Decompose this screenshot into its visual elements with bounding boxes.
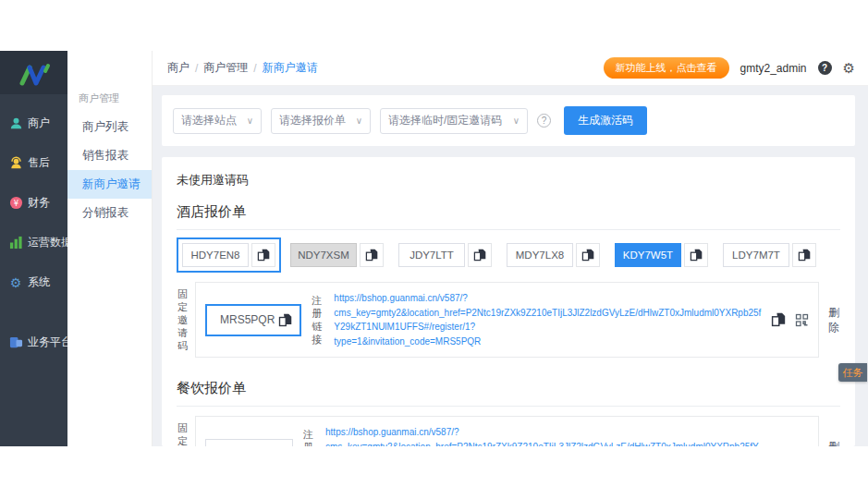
platform-icon bbox=[8, 335, 23, 350]
submenu-item-merchant-list[interactable]: 商户列表 bbox=[67, 113, 152, 141]
copy-code-button[interactable] bbox=[792, 243, 816, 267]
sidebar-item-label: 商户 bbox=[28, 116, 50, 131]
task-tab-button[interactable]: 任务 bbox=[838, 363, 867, 382]
gear-icon: ⚙ bbox=[8, 275, 23, 290]
register-link-url[interactable]: https://bshop.guanmai.cn/v587/? cms_key=… bbox=[325, 425, 762, 446]
register-link-card: F525Q8D 注册链接 https://bshop.guanmai.cn/v5… bbox=[195, 416, 819, 446]
main-column: 商户 / 商户管理 / 新商户邀请 新功能上线，点击查看 gmty2_admin… bbox=[153, 51, 868, 446]
sidebar-item-finance[interactable]: ¥ 财务 bbox=[0, 183, 67, 223]
copy-code-button[interactable] bbox=[251, 243, 275, 267]
settings-gear-icon[interactable]: ⚙ bbox=[843, 61, 855, 75]
top-bar: 商户 / 商户管理 / 新商户邀请 新功能上线，点击查看 gmty2_admin… bbox=[153, 51, 868, 86]
fixed-invite-row-hotel: 固定邀请码 MRS5PQR 注册链接 https://bshop.guanmai… bbox=[177, 282, 840, 358]
copy-code-button[interactable] bbox=[576, 243, 600, 267]
code-chip-group: NDY7XSM bbox=[285, 237, 389, 273]
sidebar-item-business-platform[interactable]: 业务平台 bbox=[0, 323, 67, 362]
sidebar-item-merchant[interactable]: 商户 bbox=[0, 103, 67, 143]
catering-quotation-title: 餐饮报价单 bbox=[177, 380, 840, 407]
invite-code-chip-active[interactable]: KDY7W5T bbox=[615, 243, 681, 267]
sidebar-item-operations[interactable]: 运营数据 bbox=[0, 223, 67, 262]
invite-code-chip[interactable]: JDY7LTT bbox=[398, 243, 465, 267]
register-link-card: MRS5PQR 注册链接 https://bshop.guanmai.cn/v5… bbox=[195, 282, 819, 358]
quotation-select[interactable]: 请选择报价单 ∨ bbox=[271, 108, 371, 134]
filter-bar: 请选择站点 ∨ 请选择报价单 ∨ 请选择临时/固定邀请码 ∨ ? 生成激活码 bbox=[162, 95, 855, 146]
fixed-code-label: 固定邀请码 bbox=[177, 287, 189, 352]
generate-activation-code-button[interactable]: 生成激活码 bbox=[564, 106, 647, 135]
invite-code-chip[interactable]: LDY7M7T bbox=[723, 243, 789, 267]
username[interactable]: gmty2_admin bbox=[740, 62, 807, 75]
filter-help-icon[interactable]: ? bbox=[537, 114, 551, 128]
copy-icon bbox=[278, 313, 292, 327]
invite-code-chip[interactable]: MDY7LX8 bbox=[507, 243, 573, 267]
breadcrumb-separator: / bbox=[253, 62, 256, 75]
fixed-code-label: 固定邀请码 bbox=[177, 421, 189, 446]
headset-icon bbox=[8, 156, 23, 171]
delete-code-button[interactable]: 删除 bbox=[827, 305, 840, 335]
site-select[interactable]: 请选择站点 ∨ bbox=[173, 108, 262, 134]
hotel-quotation-title: 酒店报价单 bbox=[177, 203, 840, 230]
quotation-select-placeholder: 请选择报价单 bbox=[279, 113, 346, 128]
page-canvas: 商户 售后 ¥ 财务 运 bbox=[0, 0, 868, 499]
copy-link-button[interactable] bbox=[771, 312, 786, 327]
code-chip-group: JDY7LTT bbox=[393, 237, 497, 273]
app-window: 商户 售后 ¥ 财务 运 bbox=[0, 51, 868, 446]
main-content: 请选择站点 ∨ 请选择报价单 ∨ 请选择临时/固定邀请码 ∨ ? 生成激活码 bbox=[153, 86, 868, 446]
sidebar-nav: 商户 售后 ¥ 财务 运 bbox=[0, 94, 67, 362]
finance-yuan-icon: ¥ bbox=[8, 196, 23, 211]
breadcrumb-separator: / bbox=[195, 62, 198, 75]
sidebar-item-label: 运营数据 bbox=[28, 235, 72, 250]
invitation-codes-card: 未使用邀请码 酒店报价单 HDY7EN8 NDY7XSM bbox=[162, 157, 855, 446]
fixed-code-chip-selected[interactable]: MRS5PQR bbox=[205, 304, 301, 336]
code-chip-group: KDY7W5T bbox=[609, 237, 714, 273]
submenu-item-distribution-report[interactable]: 分销报表 bbox=[67, 199, 152, 227]
submenu-item-sales-report[interactable]: 销售报表 bbox=[67, 141, 152, 170]
fixed-code-value: MRS5PQR bbox=[220, 313, 275, 326]
submenu-panel: 商户管理 商户列表 销售报表 新商户邀请 分销报表 bbox=[67, 51, 153, 446]
copy-icon bbox=[771, 312, 786, 327]
code-type-select[interactable]: 请选择临时/固定邀请码 ∨ bbox=[380, 108, 528, 134]
copy-code-button[interactable] bbox=[468, 243, 492, 267]
register-link-label: 注册链接 bbox=[302, 428, 314, 446]
breadcrumb-item[interactable]: 商户管理 bbox=[203, 60, 248, 76]
new-feature-notice-button[interactable]: 新功能上线，点击查看 bbox=[604, 57, 729, 79]
qr-code-button[interactable] bbox=[795, 313, 809, 327]
sidebar-item-label: 售后 bbox=[28, 155, 50, 171]
site-select-placeholder: 请选择站点 bbox=[181, 113, 237, 128]
code-chip-group: LDY7M7T bbox=[717, 237, 822, 273]
invite-code-chip[interactable]: HDY7EN8 bbox=[182, 243, 249, 267]
register-link-label: 注册链接 bbox=[311, 294, 323, 346]
chevron-down-icon: ∨ bbox=[513, 116, 520, 126]
sidebar-item-label: 财务 bbox=[28, 195, 50, 211]
breadcrumb-current: 新商户邀请 bbox=[263, 60, 318, 76]
qr-code-icon bbox=[795, 313, 809, 327]
fixed-code-chip[interactable]: F525Q8D bbox=[205, 439, 293, 447]
svg-text:¥: ¥ bbox=[13, 199, 18, 208]
sidebar-item-system[interactable]: ⚙ 系统 bbox=[0, 262, 67, 302]
logo-icon bbox=[16, 59, 53, 87]
submenu-item-new-merchant-invite[interactable]: 新商户邀请 bbox=[67, 170, 152, 199]
invite-code-chip[interactable]: NDY7XSM bbox=[290, 243, 357, 267]
copy-icon bbox=[257, 249, 270, 262]
copy-icon bbox=[365, 249, 378, 262]
sidebar-item-label: 业务平台 bbox=[28, 335, 72, 350]
app-logo[interactable] bbox=[0, 51, 67, 94]
submenu-title: 商户管理 bbox=[67, 86, 152, 113]
topbar-right: 新功能上线，点击查看 gmty2_admin ? ⚙ bbox=[604, 57, 856, 79]
sidebar: 商户 售后 ¥ 财务 运 bbox=[0, 51, 67, 446]
copy-code-button[interactable] bbox=[684, 243, 708, 267]
copy-icon bbox=[581, 249, 594, 262]
copy-icon bbox=[473, 249, 486, 262]
breadcrumb-item[interactable]: 商户 bbox=[167, 60, 189, 76]
breadcrumb: 商户 / 商户管理 / 新商户邀请 bbox=[167, 60, 318, 76]
register-link-url[interactable]: https://bshop.guanmai.cn/v587/? cms_key=… bbox=[334, 291, 762, 348]
code-type-select-placeholder: 请选择临时/固定邀请码 bbox=[388, 113, 502, 128]
sidebar-item-aftersales[interactable]: 售后 bbox=[0, 143, 67, 183]
code-chip-group-selected: HDY7EN8 bbox=[177, 237, 281, 273]
merchant-person-icon bbox=[8, 116, 23, 131]
delete-code-button[interactable]: 删除 bbox=[827, 439, 840, 446]
help-icon[interactable]: ? bbox=[818, 61, 832, 75]
code-chip-group: MDY7LX8 bbox=[501, 237, 605, 273]
chevron-down-icon: ∨ bbox=[247, 116, 253, 126]
copy-code-button[interactable] bbox=[360, 243, 384, 267]
copy-icon bbox=[690, 249, 703, 262]
